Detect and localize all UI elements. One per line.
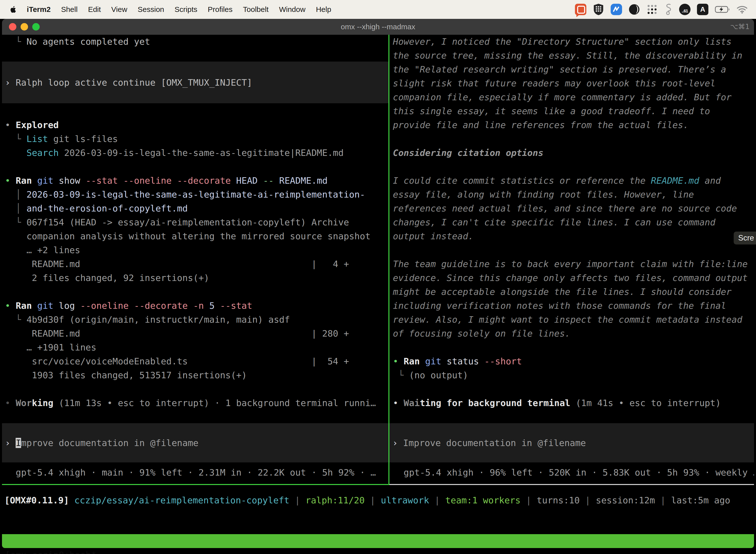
terminal-line: the "Related research writing" section i… [393,63,726,76]
terminal-line: I could cite commit statistics or refere… [393,174,721,188]
terminal-line: 2 files changed, 92 insertions(+) [5,271,209,285]
menu-item-iterm2[interactable]: iTerm2 [27,5,51,14]
bolt-badge-icon[interactable] [611,4,622,15]
terminal-line: README.md | 4 + [5,257,349,271]
menu-item-view[interactable]: View [111,5,127,14]
right-prompt-input[interactable]: › Improve documentation in @filename [389,423,754,462]
menu-item-help[interactable]: Help [316,5,331,14]
menu-bar: iTerm2ShellEditViewSessionScriptsProfile… [0,0,756,19]
battery-charging-icon[interactable] [715,5,730,14]
terminal-line: Considering citation options [393,146,544,160]
terminal-line: 1903 files changed, 513517 insertions(+) [5,368,247,382]
terminal-line: references need actual files, and since … [393,202,737,215]
terminal-line: The team guideline is to back every impo… [393,257,748,271]
left-pane-border [2,484,389,485]
terminal-line: • Explored [5,118,59,132]
terminal-line: gpt-5.4 xhigh · main · 91% left · 2.31M … [5,466,376,480]
terminal-line: the source tree, missing the essay. Stil… [393,49,742,63]
terminal-line: src/voice/voiceModeEnabled.ts | 54 + [5,354,349,368]
terminal-line: └ 4b9d30f (origin/main, instructkr/main,… [5,313,290,327]
contrast-circle-icon[interactable] [629,4,640,15]
wifi-icon[interactable] [737,5,748,14]
menu-item-session[interactable]: Session [138,5,164,14]
pane-divider[interactable] [388,35,389,485]
terminal-line: review. Also, I might want to inspect th… [393,313,742,327]
shield-grid-icon[interactable] [593,3,604,16]
window-titlebar[interactable]: omx --xhigh --madmax ⌥⌘1 [2,19,754,35]
gauge-icon[interactable]: ..61 [679,4,691,15]
right-pane-border [389,484,754,485]
menu-item-toolbelt[interactable]: Toolbelt [243,5,269,14]
terminal-line: companion analysis without altering the … [5,229,371,243]
terminal-line: this single essay, it seems like a good … [393,104,710,118]
terminal-line: README.md | 280 + [5,327,349,340]
terminal-line: └ No agents completed yet [5,35,150,49]
screen-notification: Scre [734,232,756,244]
window-title: omx --xhigh --madmax [2,19,754,35]
terminal-line: • Ran git log --oneline --decorate -n 5 … [5,299,252,313]
terminal-line: • Waiting for background terminal (1m 41… [393,396,721,410]
terminal-line: • Working (11m 13s • esc to interrupt) ·… [5,396,376,410]
dots-grid-icon[interactable] [646,4,658,15]
iterm2-window: omx --xhigh --madmax ⌥⌘1 └ No agents com… [2,19,754,554]
terminal-line: Search 2026-03-09-is-legal-the-same-as-l… [5,146,343,160]
apple-icon[interactable] [9,5,16,14]
menu-item-scripts[interactable]: Scripts [175,5,197,14]
menu-bar-status-icons: ..61 A [575,3,748,16]
left-prompt-input[interactable]: › Improve documentation in @filename [2,423,388,462]
terminal-line: └ (no output) [393,368,468,382]
close-button[interactable] [9,23,16,31]
menu-item-edit[interactable]: Edit [88,5,101,14]
terminal-line: essay file, along with finding root file… [393,188,694,202]
chat-app-icon[interactable] [575,4,586,15]
omx-status-line: [OMX#0.11.9] cczip/essay/ai-reimplementa… [4,493,730,507]
zoom-button[interactable] [32,23,40,31]
terminal-line: changes, I can't cite specific file line… [393,215,715,229]
terminal-line: might be acceptable alongside the file l… [393,285,732,299]
menu-item-window[interactable]: Window [279,5,306,14]
ralph-loop-message-box[interactable]: › Ralph loop active continue [OMX_TMUX_I… [2,62,388,103]
terminal-line: └ 067f154 (HEAD -> essay/ai-reimplementa… [5,215,349,229]
terminal-line: • Ran git status --short [393,354,522,368]
a-square-icon[interactable]: A [697,4,708,15]
terminal-line: of focusing solely on file lines. [393,327,570,340]
terminal-line: companion file, especially if more comme… [393,90,732,104]
terminal-line: … +1901 lines [5,340,96,354]
terminal-line: provide file and line references from th… [393,118,689,132]
menu-item-profiles[interactable]: Profiles [208,5,233,14]
terminal-line: │ and-the-erosion-of-copyleft.md [5,202,188,215]
terminal-line: │ 2026-03-09-is-legal-the-same-as-legiti… [5,188,365,202]
minimize-button[interactable] [20,23,28,31]
tmux-status-bar: [omx-cczip0:bash* "MacBook-Pro-44.local"… [2,534,754,548]
terminal-line: • Ran git show --stat --oneline --decora… [5,174,328,188]
terminal-line: output instead. [393,229,474,243]
terminal-line: However, I noticed the "Directory Struct… [393,35,732,49]
terminal-line: evidence. Since this change only affects… [393,271,748,285]
menu-item-shell[interactable]: Shell [61,5,78,14]
terminal-line: including verification notes with those … [393,299,726,313]
terminal-line: gpt-5.4 xhigh · 96% left · 520K in · 5.8… [393,466,754,480]
squiggle-icon[interactable] [664,3,673,16]
terminal-area: └ No agents completed yet• Explored └ Li… [2,35,754,554]
tmux-session-label: [omx-cczip0:bash* [5,548,96,554]
terminal-line: slight risk that future readers may over… [393,76,715,90]
tab-shortcut-badge: ⌥⌘1 [730,19,750,35]
terminal-line: └ List git ls-files [5,132,118,146]
terminal-line: … +2 lines [5,243,80,257]
